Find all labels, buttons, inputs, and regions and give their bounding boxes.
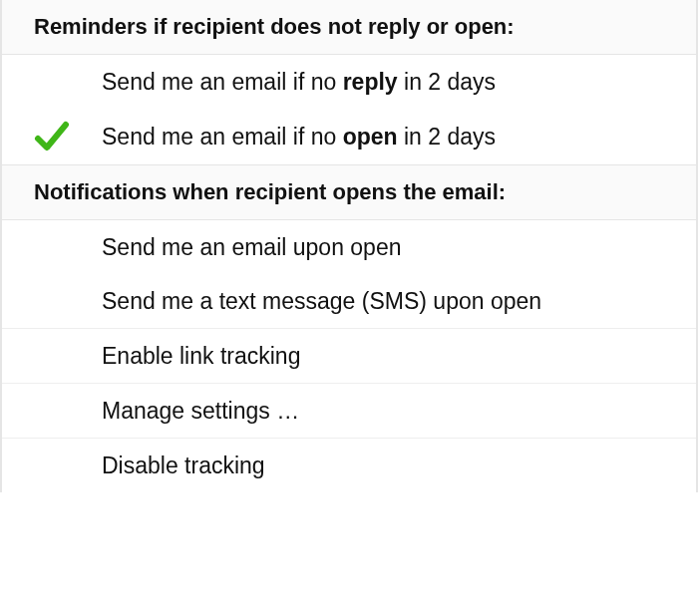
reminder-no-reply-bold: reply [343, 69, 398, 95]
disable-tracking-item[interactable]: Disable tracking [2, 439, 696, 492]
reminder-no-open-bold: open [343, 124, 398, 150]
tracking-menu: Reminders if recipient does not reply or… [0, 0, 698, 492]
disable-tracking-label: Disable tracking [102, 452, 696, 479]
reminder-no-reply-label: Send me an email if no reply in 2 days [102, 69, 696, 96]
reminder-no-open-label: Send me an email if no open in 2 days [102, 124, 696, 150]
reminder-no-open-item[interactable]: Send me an email if no open in 2 days [2, 109, 696, 164]
reminders-header: Reminders if recipient does not reply or… [2, 0, 696, 55]
notifications-header: Notifications when recipient opens the e… [2, 164, 696, 220]
reminder-no-open-suffix: in 2 days [398, 124, 496, 150]
reminder-no-reply-suffix: in 2 days [398, 69, 496, 95]
notify-email-on-open-item[interactable]: Send me an email upon open [2, 220, 696, 274]
manage-settings-item[interactable]: Manage settings … [2, 384, 696, 438]
reminder-no-reply-item[interactable]: Send me an email if no reply in 2 days [2, 55, 696, 109]
reminder-no-reply-prefix: Send me an email if no [102, 69, 343, 95]
reminder-no-open-prefix: Send me an email if no [102, 124, 343, 150]
enable-link-tracking-item[interactable]: Enable link tracking [2, 329, 696, 383]
notify-sms-on-open-item[interactable]: Send me a text message (SMS) upon open [2, 274, 696, 328]
notify-email-label: Send me an email upon open [102, 234, 696, 261]
reminders-header-text: Reminders if recipient does not reply or… [34, 14, 515, 39]
reminder-no-open-check-slot [2, 117, 102, 156]
notify-sms-label: Send me a text message (SMS) upon open [102, 288, 696, 315]
notifications-header-text: Notifications when recipient opens the e… [34, 179, 506, 204]
enable-link-tracking-label: Enable link tracking [102, 343, 696, 370]
check-icon [32, 117, 72, 156]
manage-settings-label: Manage settings … [102, 398, 696, 425]
